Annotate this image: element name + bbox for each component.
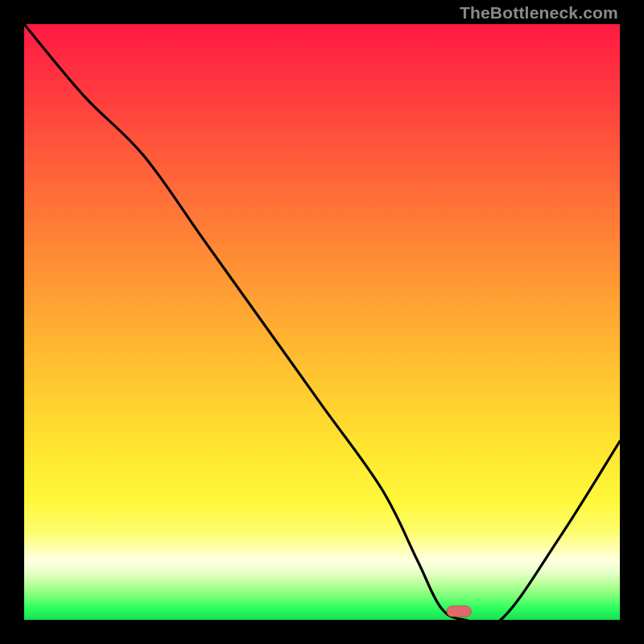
bottleneck-curve (24, 24, 620, 620)
plot-area (24, 24, 620, 620)
watermark-text: TheBottleneck.com (460, 3, 618, 23)
chart-frame: TheBottleneck.com (0, 0, 644, 644)
optimal-marker (447, 606, 471, 617)
curve-path (24, 24, 620, 620)
